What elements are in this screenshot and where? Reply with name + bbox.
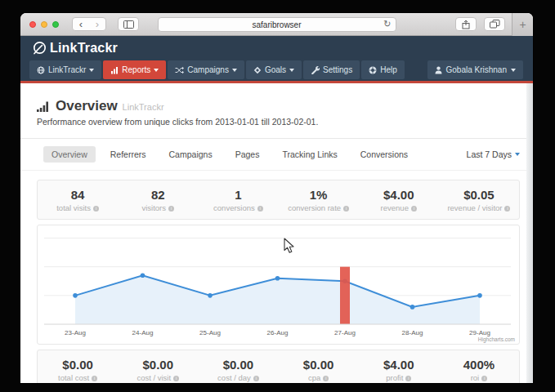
tab-overview[interactable]: Overview xyxy=(43,146,96,163)
brand-name: LinkTrackr xyxy=(50,41,118,56)
stat-revenue-per-visitor: $0.05 revenue / visitor xyxy=(439,188,519,212)
chevron-down-icon xyxy=(89,69,94,72)
address-bar[interactable]: safaribrowser ↻ xyxy=(158,17,396,32)
minimize-window-button[interactable] xyxy=(41,21,47,28)
globe-icon xyxy=(37,66,45,74)
info-icon[interactable] xyxy=(168,206,174,212)
stat-profit: $4.00 profit xyxy=(359,358,439,382)
stat-value: 1% xyxy=(279,188,359,202)
info-icon[interactable] xyxy=(405,376,411,381)
stat-roi: 400% roi xyxy=(439,358,519,382)
stat-label: cpa xyxy=(308,373,320,382)
user-icon xyxy=(435,66,442,74)
stat-value: 82 xyxy=(118,188,198,202)
stat-label: total cost xyxy=(58,373,89,382)
nav-item-settings[interactable]: Settings xyxy=(303,60,360,79)
nav-item-reports[interactable]: Reports xyxy=(103,60,166,79)
info-icon[interactable] xyxy=(343,206,349,212)
stat-label: revenue / visitor xyxy=(447,203,502,212)
user-menu-button[interactable]: Gobala Krishnan xyxy=(427,60,524,79)
stat-value: $0.00 xyxy=(198,358,278,372)
help-icon xyxy=(369,66,377,74)
tab-tracking-links[interactable]: Tracking Links xyxy=(274,146,345,163)
stat-label: roi xyxy=(471,373,480,382)
shuffle-icon xyxy=(175,66,184,74)
plus-icon: + xyxy=(519,18,526,31)
stat-label: conversions xyxy=(213,203,255,212)
stat-total-cost: $0.00 total cost xyxy=(38,358,118,382)
nav-item-linktrackr[interactable]: LinkTrackr xyxy=(29,60,101,79)
stat-total-visits: 84 total visits xyxy=(38,188,118,212)
info-icon[interactable] xyxy=(173,376,179,381)
stat-label: visitors xyxy=(141,203,166,212)
page-content: Overview LinkTrackr Performance overview… xyxy=(20,83,533,383)
chevron-down-icon xyxy=(154,69,159,72)
tab-conversions[interactable]: Conversions xyxy=(352,146,416,163)
svg-text:29-Aug: 29-Aug xyxy=(469,329,490,336)
share-button[interactable] xyxy=(455,17,477,31)
stat-cpa: $0.00 cpa xyxy=(279,358,359,382)
page-title: Overview xyxy=(56,98,118,114)
stat-visitors: 82 visitors xyxy=(118,188,198,212)
forward-button[interactable]: › xyxy=(89,19,105,29)
history-nav-group: ‹ › xyxy=(72,17,106,31)
sidebar-toggle-button[interactable] xyxy=(118,17,139,31)
diamond-icon xyxy=(253,66,262,74)
nav-item-help[interactable]: Help xyxy=(361,60,405,79)
date-range-label: Last 7 Days xyxy=(467,149,512,159)
info-icon[interactable] xyxy=(323,376,329,381)
zoom-window-button[interactable] xyxy=(52,21,59,28)
info-icon[interactable] xyxy=(93,206,99,212)
stat-label: cost / visit xyxy=(137,373,171,382)
browser-window: ‹ › safaribrowser ↻ xyxy=(20,13,533,383)
nav-item-campaigns[interactable]: Campaigns xyxy=(168,60,244,79)
info-icon[interactable] xyxy=(253,376,259,381)
stat-label: revenue xyxy=(381,203,409,212)
info-icon[interactable] xyxy=(92,376,97,381)
svg-text:24-Aug: 24-Aug xyxy=(132,329,154,336)
stat-value: $0.00 xyxy=(38,358,118,372)
new-tab-button[interactable]: + xyxy=(512,13,533,36)
nav-label: Settings xyxy=(323,65,352,74)
tabs-icon xyxy=(490,20,500,29)
nav-item-goals[interactable]: Goals xyxy=(246,60,302,79)
info-icon[interactable] xyxy=(411,206,417,212)
tab-campaigns[interactable]: Campaigns xyxy=(161,146,221,163)
highcharts-area-chart[interactable]: 23-Aug24-Aug25-Aug26-Aug27-Aug28-Aug29-A… xyxy=(38,225,519,345)
svg-text:27-Aug: 27-Aug xyxy=(334,329,356,336)
info-icon[interactable] xyxy=(481,376,487,381)
tab-overview-button[interactable] xyxy=(484,17,505,31)
info-icon[interactable] xyxy=(504,206,510,212)
nav-label: Campaigns xyxy=(187,65,229,74)
report-tabs: Overview Referrers Campaigns Pages Track… xyxy=(20,139,533,171)
back-button[interactable]: ‹ xyxy=(73,19,89,29)
stat-cost-per-day: $0.00 cost / day xyxy=(198,358,278,382)
svg-text:28-Aug: 28-Aug xyxy=(402,329,423,336)
chevron-down-icon xyxy=(289,69,294,72)
stats-panel-top: 84 total visits 82 visitors 1 conversion… xyxy=(37,180,520,220)
reload-button[interactable]: ↻ xyxy=(383,19,391,29)
tab-referrers[interactable]: Referrers xyxy=(102,146,154,163)
nav-label: Help xyxy=(380,65,397,74)
page-subtitle: Performance overview from unique clicks … xyxy=(37,117,520,127)
traffic-lights xyxy=(29,21,59,28)
chart-credit[interactable]: Highcharts.com xyxy=(478,336,515,342)
chevron-down-icon xyxy=(232,69,237,72)
stat-label: total visits xyxy=(56,203,91,212)
chevron-down-icon xyxy=(515,153,520,156)
close-window-button[interactable] xyxy=(29,21,36,28)
nav-label: LinkTrackr xyxy=(48,65,86,74)
tab-pages[interactable]: Pages xyxy=(227,146,268,163)
date-range-selector[interactable]: Last 7 Days xyxy=(467,149,520,159)
brand-logo[interactable]: LinkTrackr xyxy=(32,41,118,56)
info-icon[interactable] xyxy=(257,206,263,212)
stat-label: conversion rate xyxy=(288,203,341,212)
overview-chart-icon xyxy=(37,100,51,112)
stat-conversions: 1 conversions xyxy=(198,188,278,212)
nav-label: Goals xyxy=(265,65,286,74)
scrollbar-track[interactable] xyxy=(526,83,533,383)
bar-chart-icon xyxy=(110,66,119,74)
wrench-icon xyxy=(311,65,320,74)
stat-value: $4.00 xyxy=(359,358,439,372)
page-title-suffix: LinkTrackr xyxy=(123,102,164,112)
